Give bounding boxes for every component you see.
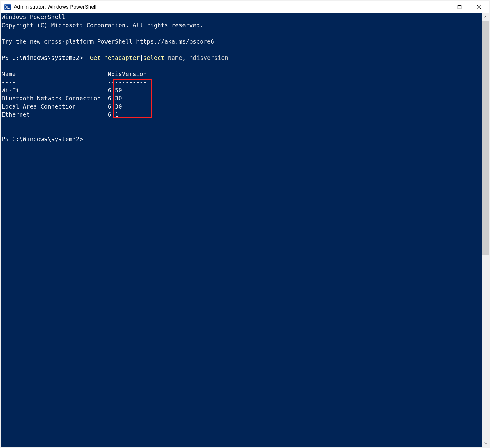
minimize-button[interactable] (430, 1, 450, 13)
maximize-button[interactable] (450, 1, 469, 13)
cmd-arg-name: Name (168, 54, 182, 61)
scrollbar-down-button[interactable] (482, 440, 489, 447)
table-row-name: Bluetooth Network Connection (2, 95, 108, 103)
prompt-1: PS C:\Windows\system32> (2, 54, 83, 61)
table-header-version: NdisVersion (108, 70, 147, 79)
window-title: Administrator: Windows PowerShell (14, 4, 430, 10)
table-row-name: Wi-Fi (2, 87, 108, 95)
chevron-down-icon (484, 442, 487, 445)
table-row-version: 6.1 (108, 111, 119, 119)
banner-line-2: Copyright (C) Microsoft Corporation. All… (2, 22, 203, 29)
cmd-select-kw: select (143, 54, 164, 61)
cmd-comma: , (182, 54, 186, 61)
table-row-version: 6.50 (108, 87, 122, 95)
close-button[interactable] (469, 1, 489, 13)
powershell-window: Administrator: Windows PowerShell Window… (1, 1, 489, 447)
powershell-icon (4, 3, 11, 11)
table-row-name: Local Area Connection (2, 103, 108, 111)
close-icon (477, 5, 481, 9)
scrollbar-thumb[interactable] (482, 21, 489, 255)
table-row-version: 6.30 (108, 95, 122, 103)
table-row-name: Ethernet (2, 111, 108, 119)
banner-line-1: Windows PowerShell (2, 14, 65, 21)
scrollbar-track[interactable] (482, 21, 489, 440)
cmd-cmdlet: Get-netadapter (90, 54, 140, 61)
prompt-2: PS C:\Windows\system32> (2, 136, 83, 143)
vertical-scrollbar[interactable] (482, 13, 489, 447)
console-output[interactable]: Windows PowerShell Copyright (C) Microso… (1, 13, 482, 447)
titlebar[interactable]: Administrator: Windows PowerShell (1, 1, 489, 13)
window-controls (430, 1, 489, 13)
banner-line-3: Try the new cross-platform PowerShell ht… (2, 38, 214, 45)
maximize-icon (457, 5, 462, 9)
table-sep-version: ----------- (108, 78, 147, 87)
svg-rect-3 (458, 5, 461, 9)
client-area: Windows PowerShell Copyright (C) Microso… (1, 13, 489, 447)
table-header-name: Name (2, 70, 108, 79)
minimize-icon (438, 5, 442, 9)
cmd-pipe: | (140, 54, 144, 61)
table-sep-name: ---- (2, 78, 108, 87)
cmd-arg-ndisversion: ndisversion (189, 54, 228, 61)
table-row-version: 6.30 (108, 103, 122, 111)
chevron-up-icon (484, 15, 487, 18)
scrollbar-up-button[interactable] (482, 13, 489, 21)
